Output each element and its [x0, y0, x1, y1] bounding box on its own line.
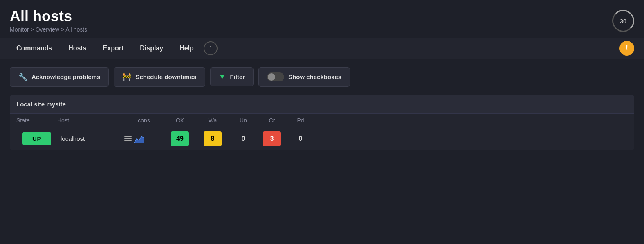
col-header-wa: Wa: [196, 117, 229, 124]
chevron-up-icon: ⇧: [208, 45, 213, 52]
wa-value[interactable]: 8: [204, 131, 222, 146]
content-area: Local site mysite State Host Icons OK Wa…: [0, 95, 644, 160]
acknowledge-problems-button[interactable]: 🔧 Acknowledge problems: [10, 67, 109, 87]
show-checkboxes-label: Show checkboxes: [288, 73, 341, 80]
ok-value[interactable]: 49: [171, 131, 189, 146]
host-cell: localhost: [57, 135, 123, 142]
acknowledge-problems-label: Acknowledge problems: [31, 73, 100, 80]
schedule-downtimes-button[interactable]: 🚧 Schedule downtimes: [114, 67, 205, 87]
pd-cell: 0: [286, 131, 315, 146]
nav-help[interactable]: Help: [173, 41, 200, 55]
wa-cell: 8: [196, 131, 229, 146]
checkboxes-toggle[interactable]: [267, 72, 284, 81]
table-row: UP localhost 49: [10, 127, 634, 150]
state-cell: UP: [16, 132, 57, 145]
cr-value[interactable]: 3: [263, 131, 281, 146]
col-header-state: State: [16, 117, 57, 124]
hamburger-menu-icon[interactable]: [124, 136, 132, 141]
pd-value: 0: [292, 131, 310, 146]
site-section: Local site mysite State Host Icons OK Wa…: [10, 95, 634, 150]
refresh-timer[interactable]: 30: [612, 10, 634, 32]
ok-cell: 49: [164, 131, 196, 146]
state-badge-up[interactable]: UP: [22, 132, 51, 145]
host-name[interactable]: localhost: [57, 135, 85, 142]
breadcrumb: Monitor > Overview > All hosts: [10, 26, 87, 33]
wrench-icon: 🔧: [18, 72, 27, 81]
table-header-row: State Host Icons OK Wa Un Cr Pd: [10, 114, 634, 127]
col-header-ok: OK: [164, 117, 196, 124]
actions-bar: 🔧 Acknowledge problems 🚧 Schedule downti…: [0, 59, 644, 95]
cr-cell: 3: [258, 131, 286, 146]
cone-icon: 🚧: [122, 72, 131, 81]
toggle-container: Show checkboxes: [267, 72, 341, 81]
nav-export[interactable]: Export: [96, 41, 130, 55]
filter-button[interactable]: ▼ Filter: [210, 67, 254, 86]
refresh-count: 30: [620, 18, 627, 25]
nav-display[interactable]: Display: [133, 41, 170, 55]
col-header-icons: Icons: [123, 117, 164, 124]
show-checkboxes-button[interactable]: Show checkboxes: [258, 67, 350, 87]
page-header: All hosts Monitor > Overview > All hosts…: [0, 0, 644, 38]
filter-icon: ▼: [219, 72, 226, 81]
col-header-host: Host: [57, 117, 123, 124]
col-header-pd: Pd: [286, 117, 315, 124]
nav-bar: Commands Hosts Export Display Help ⇧ !: [0, 38, 644, 59]
alert-icon: !: [626, 44, 628, 52]
col-header-un: Un: [229, 117, 258, 124]
un-value: 0: [234, 131, 252, 146]
schedule-downtimes-label: Schedule downtimes: [135, 73, 196, 80]
un-cell: 0: [229, 131, 258, 146]
col-header-cr: Cr: [258, 117, 286, 124]
page-title: All hosts: [10, 8, 87, 25]
nav-collapse-button[interactable]: ⇧: [204, 41, 218, 55]
alert-badge[interactable]: !: [619, 41, 634, 56]
site-header: Local site mysite: [10, 95, 634, 114]
nav-hosts[interactable]: Hosts: [62, 41, 93, 55]
nav-commands[interactable]: Commands: [10, 41, 58, 55]
performance-graph-icon[interactable]: [134, 135, 144, 143]
filter-label: Filter: [230, 73, 245, 80]
title-block: All hosts Monitor > Overview > All hosts: [10, 8, 87, 33]
icons-cell: [123, 135, 164, 143]
